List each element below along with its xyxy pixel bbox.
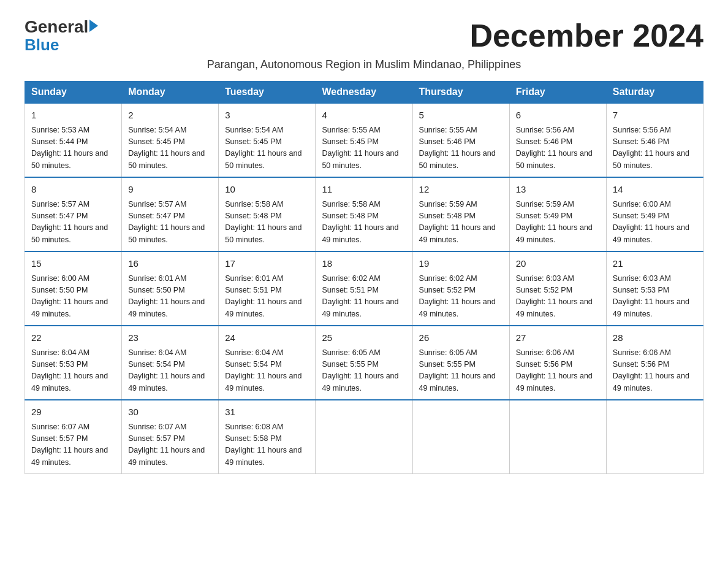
day-number: 12 xyxy=(419,183,503,197)
day-info: Sunrise: 5:54 AMSunset: 5:45 PMDaylight:… xyxy=(128,124,212,172)
day-number: 8 xyxy=(31,183,115,197)
calendar-day-cell: 1Sunrise: 5:53 AMSunset: 5:44 PMDaylight… xyxy=(25,103,122,177)
day-info: Sunrise: 6:05 AMSunset: 5:55 PMDaylight:… xyxy=(322,347,406,395)
day-info: Sunrise: 5:54 AMSunset: 5:45 PMDaylight:… xyxy=(225,124,309,172)
day-info: Sunrise: 5:57 AMSunset: 5:47 PMDaylight:… xyxy=(31,199,115,247)
day-info: Sunrise: 6:00 AMSunset: 5:50 PMDaylight:… xyxy=(31,273,115,321)
day-number: 13 xyxy=(516,183,600,197)
weekday-header: Friday xyxy=(509,82,606,104)
calendar-day-cell: 10Sunrise: 5:58 AMSunset: 5:48 PMDayligh… xyxy=(219,177,316,251)
calendar-day-cell: 30Sunrise: 6:07 AMSunset: 5:57 PMDayligh… xyxy=(122,400,219,474)
logo-general-text: General xyxy=(25,18,88,36)
weekday-header: Saturday xyxy=(606,82,703,104)
day-number: 17 xyxy=(225,257,309,271)
calendar-day-cell: 14Sunrise: 6:00 AMSunset: 5:49 PMDayligh… xyxy=(606,177,703,251)
day-info: Sunrise: 6:02 AMSunset: 5:51 PMDaylight:… xyxy=(322,273,406,321)
day-info: Sunrise: 5:58 AMSunset: 5:48 PMDaylight:… xyxy=(225,199,309,247)
day-number: 5 xyxy=(419,109,503,123)
calendar-day-cell xyxy=(316,400,412,474)
day-info: Sunrise: 6:00 AMSunset: 5:49 PMDaylight:… xyxy=(613,199,697,247)
calendar-day-cell xyxy=(509,400,606,474)
calendar-day-cell: 4Sunrise: 5:55 AMSunset: 5:45 PMDaylight… xyxy=(316,103,412,177)
day-info: Sunrise: 5:55 AMSunset: 5:46 PMDaylight:… xyxy=(419,124,503,172)
calendar-header-row: SundayMondayTuesdayWednesdayThursdayFrid… xyxy=(25,82,703,104)
calendar-day-cell: 17Sunrise: 6:01 AMSunset: 5:51 PMDayligh… xyxy=(219,251,316,326)
day-info: Sunrise: 5:56 AMSunset: 5:46 PMDaylight:… xyxy=(516,124,600,172)
calendar-day-cell: 12Sunrise: 5:59 AMSunset: 5:48 PMDayligh… xyxy=(412,177,509,251)
day-info: Sunrise: 6:03 AMSunset: 5:53 PMDaylight:… xyxy=(613,273,697,321)
calendar-day-cell: 13Sunrise: 5:59 AMSunset: 5:49 PMDayligh… xyxy=(509,177,606,251)
day-number: 23 xyxy=(128,331,212,345)
day-info: Sunrise: 6:04 AMSunset: 5:54 PMDaylight:… xyxy=(128,347,212,395)
day-number: 1 xyxy=(31,109,115,123)
calendar-day-cell: 25Sunrise: 6:05 AMSunset: 5:55 PMDayligh… xyxy=(316,326,412,400)
calendar-day-cell xyxy=(412,400,509,474)
calendar-day-cell: 21Sunrise: 6:03 AMSunset: 5:53 PMDayligh… xyxy=(606,251,703,326)
calendar-day-cell: 15Sunrise: 6:00 AMSunset: 5:50 PMDayligh… xyxy=(25,251,122,326)
calendar-day-cell: 9Sunrise: 5:57 AMSunset: 5:47 PMDaylight… xyxy=(122,177,219,251)
calendar-day-cell: 22Sunrise: 6:04 AMSunset: 5:53 PMDayligh… xyxy=(25,326,122,400)
day-info: Sunrise: 6:06 AMSunset: 5:56 PMDaylight:… xyxy=(516,347,600,395)
day-number: 29 xyxy=(31,405,115,419)
day-info: Sunrise: 5:56 AMSunset: 5:46 PMDaylight:… xyxy=(613,124,697,172)
day-number: 3 xyxy=(225,109,309,123)
calendar-day-cell: 31Sunrise: 6:08 AMSunset: 5:58 PMDayligh… xyxy=(219,400,316,474)
calendar-day-cell: 18Sunrise: 6:02 AMSunset: 5:51 PMDayligh… xyxy=(316,251,412,326)
calendar-day-cell: 6Sunrise: 5:56 AMSunset: 5:46 PMDaylight… xyxy=(509,103,606,177)
calendar-day-cell: 29Sunrise: 6:07 AMSunset: 5:57 PMDayligh… xyxy=(25,400,122,474)
day-number: 30 xyxy=(128,405,212,419)
day-number: 16 xyxy=(128,257,212,271)
day-number: 9 xyxy=(128,183,212,197)
day-info: Sunrise: 6:06 AMSunset: 5:56 PMDaylight:… xyxy=(613,347,697,395)
day-info: Sunrise: 5:59 AMSunset: 5:48 PMDaylight:… xyxy=(419,199,503,247)
day-number: 10 xyxy=(225,183,309,197)
weekday-header: Monday xyxy=(122,82,219,104)
day-number: 7 xyxy=(613,109,697,123)
day-number: 28 xyxy=(613,331,697,345)
day-number: 20 xyxy=(516,257,600,271)
calendar-week-row: 15Sunrise: 6:00 AMSunset: 5:50 PMDayligh… xyxy=(25,251,703,326)
calendar-week-row: 29Sunrise: 6:07 AMSunset: 5:57 PMDayligh… xyxy=(25,400,703,474)
day-info: Sunrise: 6:03 AMSunset: 5:52 PMDaylight:… xyxy=(516,273,600,321)
calendar-week-row: 1Sunrise: 5:53 AMSunset: 5:44 PMDaylight… xyxy=(25,103,703,177)
calendar-day-cell: 11Sunrise: 5:58 AMSunset: 5:48 PMDayligh… xyxy=(316,177,412,251)
day-number: 4 xyxy=(322,109,406,123)
logo: General Blue xyxy=(25,18,98,53)
month-title: December 2024 xyxy=(469,18,703,53)
day-number: 26 xyxy=(419,331,503,345)
calendar-week-row: 8Sunrise: 5:57 AMSunset: 5:47 PMDaylight… xyxy=(25,177,703,251)
calendar-day-cell xyxy=(606,400,703,474)
calendar-table: SundayMondayTuesdayWednesdayThursdayFrid… xyxy=(25,81,703,474)
day-info: Sunrise: 5:53 AMSunset: 5:44 PMDaylight:… xyxy=(31,124,115,172)
calendar-day-cell: 23Sunrise: 6:04 AMSunset: 5:54 PMDayligh… xyxy=(122,326,219,400)
day-info: Sunrise: 5:57 AMSunset: 5:47 PMDaylight:… xyxy=(128,199,212,247)
calendar-day-cell: 19Sunrise: 6:02 AMSunset: 5:52 PMDayligh… xyxy=(412,251,509,326)
calendar-body: 1Sunrise: 5:53 AMSunset: 5:44 PMDaylight… xyxy=(25,103,703,474)
day-number: 14 xyxy=(613,183,697,197)
weekday-header: Tuesday xyxy=(219,82,316,104)
day-info: Sunrise: 6:07 AMSunset: 5:57 PMDaylight:… xyxy=(31,421,115,469)
day-number: 15 xyxy=(31,257,115,271)
day-number: 22 xyxy=(31,331,115,345)
day-number: 11 xyxy=(322,183,406,197)
day-number: 19 xyxy=(419,257,503,271)
calendar-day-cell: 8Sunrise: 5:57 AMSunset: 5:47 PMDaylight… xyxy=(25,177,122,251)
calendar-day-cell: 26Sunrise: 6:05 AMSunset: 5:55 PMDayligh… xyxy=(412,326,509,400)
day-info: Sunrise: 6:01 AMSunset: 5:51 PMDaylight:… xyxy=(225,273,309,321)
day-number: 2 xyxy=(128,109,212,123)
logo-blue-text: Blue xyxy=(25,37,98,53)
day-info: Sunrise: 6:02 AMSunset: 5:52 PMDaylight:… xyxy=(419,273,503,321)
day-info: Sunrise: 6:08 AMSunset: 5:58 PMDaylight:… xyxy=(225,421,309,469)
calendar-day-cell: 5Sunrise: 5:55 AMSunset: 5:46 PMDaylight… xyxy=(412,103,509,177)
calendar-day-cell: 7Sunrise: 5:56 AMSunset: 5:46 PMDaylight… xyxy=(606,103,703,177)
day-info: Sunrise: 5:58 AMSunset: 5:48 PMDaylight:… xyxy=(322,199,406,247)
day-number: 24 xyxy=(225,331,309,345)
day-number: 25 xyxy=(322,331,406,345)
logo-triangle-icon xyxy=(89,20,98,32)
day-info: Sunrise: 6:04 AMSunset: 5:54 PMDaylight:… xyxy=(225,347,309,395)
day-info: Sunrise: 6:01 AMSunset: 5:50 PMDaylight:… xyxy=(128,273,212,321)
day-info: Sunrise: 6:05 AMSunset: 5:55 PMDaylight:… xyxy=(419,347,503,395)
weekday-header: Wednesday xyxy=(316,82,412,104)
day-info: Sunrise: 6:04 AMSunset: 5:53 PMDaylight:… xyxy=(31,347,115,395)
day-number: 6 xyxy=(516,109,600,123)
